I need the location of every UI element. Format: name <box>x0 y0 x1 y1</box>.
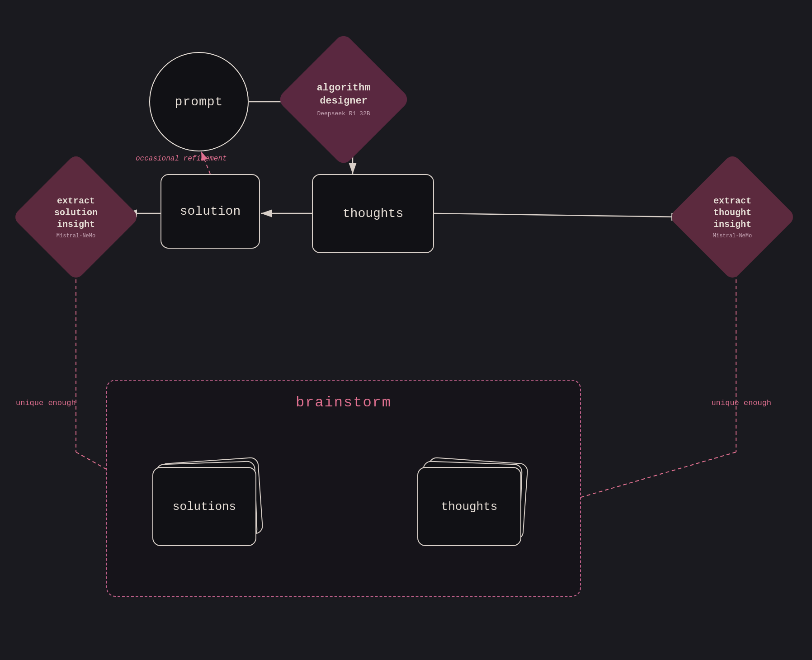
solutions-stack-group: solutions <box>152 460 270 569</box>
solutions-stack-label: solutions <box>173 500 236 514</box>
extract-solution-label: extractsolutioninsight <box>54 195 98 231</box>
thoughts-stack-label: thoughts <box>441 500 498 514</box>
extract-thought-sublabel: Mistral-NeMo <box>713 233 752 239</box>
thoughts-card-front: thoughts <box>417 467 521 546</box>
unique-enough-left: unique enough <box>16 398 76 409</box>
extract-thought-label: extractthoughtinsight <box>713 195 752 231</box>
thoughts-stack-group: thoughts <box>417 460 535 569</box>
algorithm-designer-content: algorithmdesigner Deepseek R1 32B <box>317 82 371 117</box>
thoughts-top-node: thoughts <box>312 174 434 253</box>
brainstorm-title: brainstorm <box>296 394 392 411</box>
extract-solution-sublabel: Mistral-NeMo <box>54 233 98 239</box>
prompt-node: prompt <box>149 52 249 151</box>
occasional-refinement-annotation: occasional refinement <box>136 154 227 164</box>
extract-thought-content: extractthoughtinsight Mistral-NeMo <box>713 195 752 239</box>
extract-solution-content: extractsolutioninsight Mistral-NeMo <box>54 195 98 239</box>
svg-line-12 <box>581 452 736 497</box>
algorithm-designer-label: algorithmdesigner <box>317 82 371 108</box>
unique-enough-right: unique enough <box>711 398 771 409</box>
prompt-label: prompt <box>175 95 223 109</box>
solutions-card-front: solutions <box>152 467 256 546</box>
extract-solution-insight-node: extractsolutioninsight Mistral-NeMo <box>26 167 126 267</box>
solution-label: solution <box>180 204 241 218</box>
algorithm-designer-node: algorithmdesigner Deepseek R1 32B <box>289 45 398 154</box>
thoughts-top-label: thoughts <box>343 207 403 221</box>
extract-thought-insight-node: extractthoughtinsight Mistral-NeMo <box>683 167 782 267</box>
svg-line-6 <box>434 213 683 217</box>
brainstorm-box: brainstorm solutions thoughts <box>106 380 581 597</box>
diagram-container: prompt algorithmdesigner Deepseek R1 32B… <box>0 0 812 660</box>
algorithm-designer-sublabel: Deepseek R1 32B <box>317 110 371 117</box>
solution-node: solution <box>161 174 260 249</box>
